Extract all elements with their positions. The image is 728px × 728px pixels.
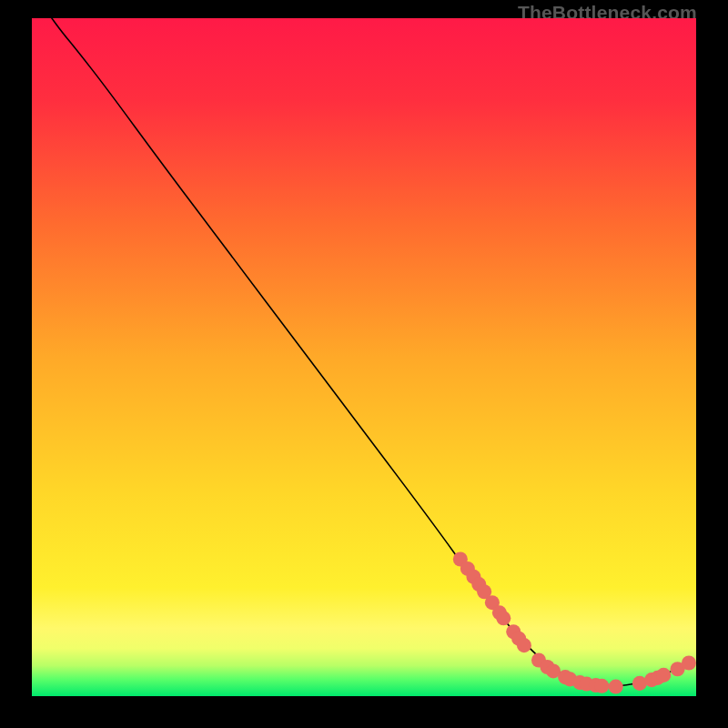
- chart-svg: [32, 18, 696, 696]
- gradient-backdrop: [32, 18, 696, 696]
- dot: [609, 680, 623, 694]
- dot: [682, 655, 696, 670]
- dot: [594, 679, 609, 693]
- plot-area: [32, 18, 696, 696]
- dot: [656, 668, 671, 682]
- chart-stage: TheBottleneck.com: [0, 0, 728, 728]
- dot: [496, 611, 511, 625]
- dot: [517, 638, 531, 652]
